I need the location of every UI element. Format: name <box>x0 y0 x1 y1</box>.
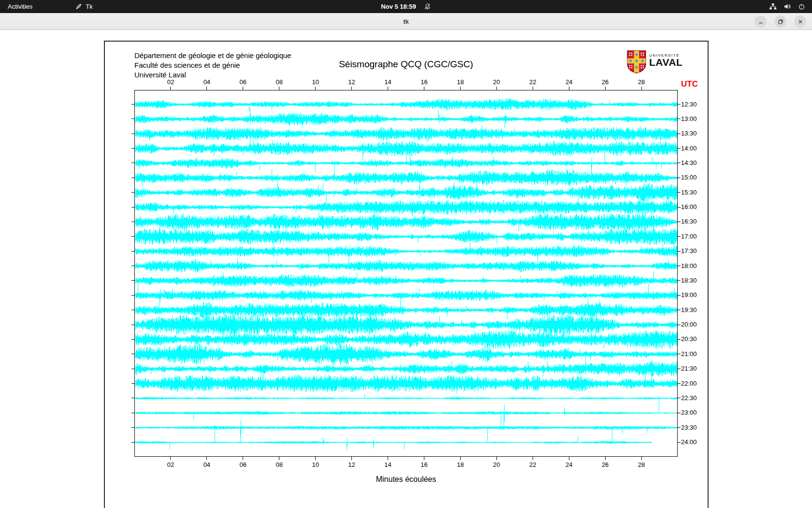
x-tick-top <box>388 87 388 90</box>
x-tick-label-top: 10 <box>308 78 323 86</box>
row-tick-right <box>678 383 681 384</box>
x-tick-bottom <box>496 457 497 460</box>
volume-icon <box>783 3 791 10</box>
maximize-button[interactable] <box>774 15 786 28</box>
laval-crest-icon <box>627 50 646 75</box>
universite-laval-logo: UNIVERSITÉ LAVAL <box>627 50 682 75</box>
x-tick-label-bottom: 08 <box>272 461 287 468</box>
row-tick-left <box>131 222 134 222</box>
row-time-label: 21:00 <box>681 350 697 358</box>
row-time-label: 22:00 <box>681 380 697 387</box>
row-tick-right <box>678 339 681 340</box>
x-tick-top <box>315 87 316 90</box>
x-tick-label-bottom: 06 <box>236 461 250 468</box>
x-tick-bottom <box>460 457 461 460</box>
row-time-label: 14:00 <box>681 145 697 152</box>
row-tick-left <box>131 295 134 296</box>
row-tick-right <box>678 442 681 443</box>
close-button[interactable] <box>794 15 806 28</box>
seismograph-canvas-frame: Département de géologie et de génie géol… <box>104 41 709 508</box>
row-tick-right <box>678 236 681 237</box>
row-time-label: 18:00 <box>681 262 697 269</box>
x-tick-label-bottom: 22 <box>525 461 540 468</box>
row-tick-left <box>131 280 134 281</box>
x-tick-bottom <box>424 457 424 460</box>
network-icon <box>769 3 777 10</box>
window-title: tk <box>0 13 812 30</box>
x-tick-bottom <box>641 457 642 460</box>
x-tick-label-bottom: 16 <box>417 461 431 468</box>
row-tick-left <box>131 251 134 252</box>
x-tick-label-bottom: 12 <box>345 461 359 468</box>
laval-wordmark: UNIVERSITÉ LAVAL <box>649 53 682 67</box>
x-tick-label-top: 16 <box>417 78 431 86</box>
row-tick-right <box>678 207 681 208</box>
x-tick-bottom <box>533 457 533 460</box>
row-tick-left <box>131 178 134 178</box>
x-tick-label-top: 24 <box>562 78 576 86</box>
x-tick-bottom <box>569 457 569 460</box>
x-tick-label-bottom: 28 <box>634 461 649 468</box>
row-tick-left <box>131 383 134 384</box>
x-tick-label-top: 20 <box>489 78 504 86</box>
x-tick-top <box>279 87 279 90</box>
row-tick-right <box>678 251 681 252</box>
row-time-label: 23:00 <box>681 409 697 416</box>
row-tick-right <box>678 310 681 310</box>
row-time-label: 12:30 <box>681 101 697 108</box>
row-time-label: 22:30 <box>681 394 697 402</box>
x-tick-label-top: 28 <box>634 78 649 86</box>
row-time-label: 14:30 <box>681 159 697 166</box>
row-tick-left <box>131 339 134 340</box>
system-tray[interactable] <box>769 0 812 13</box>
notifications-muted-icon <box>424 3 431 10</box>
x-axis-title: Minutes écoulées <box>134 475 678 484</box>
x-tick-label-bottom: 26 <box>598 461 612 468</box>
row-tick-left <box>131 442 134 443</box>
row-tick-left <box>131 134 134 134</box>
row-tick-left <box>131 163 134 163</box>
power-icon <box>798 3 805 10</box>
row-time-label: 19:30 <box>681 306 697 314</box>
row-tick-right <box>678 104 681 105</box>
row-tick-right <box>678 134 681 134</box>
row-tick-left <box>131 207 134 208</box>
row-time-label: 20:00 <box>681 321 697 328</box>
x-tick-label-bottom: 14 <box>381 461 395 468</box>
x-tick-label-top: 08 <box>272 78 287 86</box>
tk-window-content: Département de géologie et de génie géol… <box>0 30 812 508</box>
row-tick-left <box>131 104 134 105</box>
row-tick-right <box>678 354 681 354</box>
row-tick-left <box>131 310 134 310</box>
x-tick-bottom <box>315 457 316 460</box>
x-tick-label-bottom: 02 <box>163 461 178 468</box>
row-tick-right <box>678 192 681 193</box>
window-titlebar[interactable]: tk <box>0 13 812 30</box>
x-tick-label-top: 02 <box>163 78 178 86</box>
row-tick-left <box>131 354 134 354</box>
row-tick-left <box>131 427 134 428</box>
x-tick-bottom <box>351 457 352 460</box>
utc-label: UTC <box>681 79 698 89</box>
row-tick-right <box>678 413 681 413</box>
minimize-button[interactable] <box>754 15 767 28</box>
row-tick-right <box>678 325 681 325</box>
x-tick-label-top: 04 <box>200 78 214 86</box>
row-tick-left <box>131 236 134 237</box>
x-tick-label-top: 06 <box>236 78 250 86</box>
desktop: Activities Tk Nov 5 18:59 <box>0 0 812 508</box>
row-tick-right <box>678 178 681 178</box>
x-tick-top <box>605 87 606 90</box>
x-tick-label-top: 12 <box>345 78 359 86</box>
row-time-label: 15:30 <box>681 189 697 196</box>
x-tick-label-bottom: 04 <box>200 461 214 468</box>
row-time-label: 20:30 <box>681 335 697 343</box>
row-tick-right <box>678 280 681 281</box>
row-tick-left <box>131 413 134 413</box>
x-tick-label-bottom: 10 <box>308 461 323 468</box>
clock[interactable]: Nov 5 18:59 <box>381 3 416 10</box>
x-tick-label-bottom: 20 <box>489 461 504 468</box>
row-time-label: 17:00 <box>681 233 697 240</box>
gnome-top-bar: Activities Tk Nov 5 18:59 <box>0 0 812 13</box>
x-tick-bottom <box>388 457 388 460</box>
